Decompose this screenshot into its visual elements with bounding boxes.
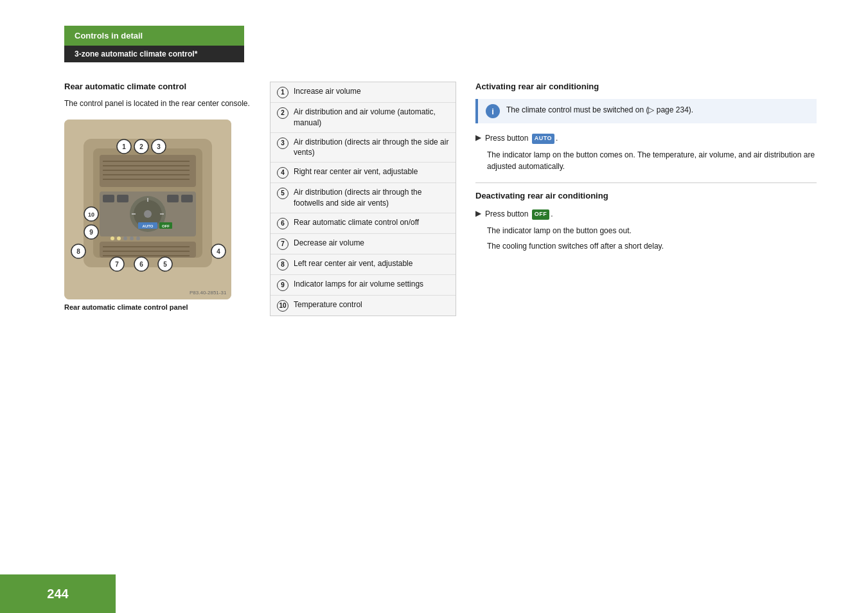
right-column: Activating rear air conditioning i The c… <box>456 82 817 316</box>
item-number: 2 <box>277 107 288 119</box>
header-section: Controls in detail 3-zone automatic clim… <box>64 26 244 62</box>
item-number: 4 <box>277 167 288 179</box>
svg-point-29 <box>117 236 121 240</box>
section-title: Controls in detail <box>64 26 244 46</box>
item-text: Air distribution and air volume (automat… <box>294 107 449 129</box>
item-text: Temperature control <box>294 299 362 310</box>
panel-caption: Rear automatic climate control panel <box>64 303 257 311</box>
item-number: 5 <box>277 188 288 199</box>
svg-text:AUTO: AUTO <box>143 224 154 228</box>
svg-text:8: 8 <box>76 248 80 255</box>
item-number: 8 <box>277 259 288 271</box>
main-content: Rear automatic climate control The contr… <box>64 82 817 316</box>
svg-point-30 <box>123 236 127 240</box>
middle-column: 1 Increase air volume 2 Air distribution… <box>257 82 456 316</box>
numbered-list: 1 Increase air volume 2 Air distribution… <box>270 82 456 316</box>
activating-heading: Activating rear air conditioning <box>475 82 817 91</box>
auto-button-badge: AUTO <box>532 134 554 144</box>
arrow-icon: ▶ <box>475 133 481 142</box>
list-item: 10 Temperature control <box>270 296 456 315</box>
activate-instruction-block: ▶ Press button AUTO. The indicator lamp … <box>475 132 817 172</box>
activate-instruction-text: Press button AUTO. <box>485 132 558 144</box>
list-item: 9 Indicator lamps for air volume setting… <box>270 275 456 296</box>
activate-press-row: ▶ Press button AUTO. <box>475 132 817 144</box>
left-column: Rear automatic climate control The contr… <box>64 82 257 316</box>
svg-rect-16 <box>103 195 114 202</box>
svg-text:10: 10 <box>88 211 94 218</box>
deactivate-instruction-text: Press button OFF. <box>485 208 553 220</box>
svg-text:4: 4 <box>217 248 220 255</box>
svg-text:1: 1 <box>122 143 126 150</box>
list-item: 8 Left rear center air vent, adjustable <box>270 254 456 275</box>
item-number: 1 <box>277 87 288 98</box>
svg-text:P83.40-2851-31: P83.40-2851-31 <box>190 290 227 296</box>
item-number: 7 <box>277 238 288 250</box>
item-text: Air distribution (directs air through th… <box>294 137 449 159</box>
item-number: 6 <box>277 218 288 229</box>
svg-point-28 <box>111 236 114 240</box>
divider <box>475 182 817 183</box>
svg-rect-19 <box>181 195 193 202</box>
item-text: Increase air volume <box>294 86 361 97</box>
svg-text:3: 3 <box>157 143 161 150</box>
svg-text:5: 5 <box>163 261 167 268</box>
list-item: 5 Air distribution (directs air through … <box>270 183 456 213</box>
list-item: 6 Rear automatic climate control on/off <box>270 213 456 234</box>
deactivate-press-row: ▶ Press button OFF. <box>475 208 817 220</box>
svg-text:2: 2 <box>139 143 143 150</box>
info-box: i The climate control must be switched o… <box>475 99 817 123</box>
list-item: 1 Increase air volume <box>270 82 456 103</box>
page-number: 244 <box>47 587 68 601</box>
item-text: Rear automatic climate control on/off <box>294 217 419 228</box>
off-button-badge: OFF <box>532 209 550 220</box>
deactivating-heading: Deactivating rear air conditioning <box>475 191 817 200</box>
list-item: 7 Decrease air volume <box>270 234 456 254</box>
left-heading: Rear automatic climate control <box>64 82 257 91</box>
item-text: Left rear center air vent, adjustable <box>294 258 412 269</box>
list-item: 4 Right rear center air vent, adjustable <box>270 163 456 183</box>
svg-text:OFF: OFF <box>162 224 170 228</box>
svg-rect-3 <box>100 155 196 187</box>
activate-follow-text: The indicator lamp on the button comes o… <box>487 149 817 172</box>
item-text: Decrease air volume <box>294 238 364 249</box>
item-text: Right rear center air vent, adjustable <box>294 166 418 177</box>
item-text: Indicator lamps for air volume settings <box>294 279 423 290</box>
svg-point-12 <box>144 210 152 218</box>
item-text: Air distribution (directs air through th… <box>294 187 449 209</box>
svg-point-32 <box>136 236 140 240</box>
item-number: 3 <box>277 138 288 149</box>
svg-text:6: 6 <box>139 261 143 268</box>
item-number: 10 <box>277 300 288 312</box>
svg-text:7: 7 <box>115 261 119 268</box>
list-item: 2 Air distribution and air volume (autom… <box>270 103 456 133</box>
deactivate-follow-text-2: The cooling function switches off after … <box>487 240 817 252</box>
footer: 244 <box>0 574 116 613</box>
arrow-icon: ▶ <box>475 209 481 218</box>
svg-text:9: 9 <box>89 229 93 236</box>
svg-rect-17 <box>117 195 128 202</box>
deactivate-follow-text-1: The indicator lamp on the button goes ou… <box>487 225 817 236</box>
svg-rect-18 <box>167 195 179 202</box>
svg-point-31 <box>130 236 134 240</box>
item-number: 9 <box>277 280 288 291</box>
info-icon: i <box>486 104 500 118</box>
info-note: The climate control must be switched on … <box>506 104 693 116</box>
list-item: 3 Air distribution (directs air through … <box>270 133 456 163</box>
deactivate-instruction-block: ▶ Press button OFF. The indicator lamp o… <box>475 208 817 252</box>
subtitle: 3-zone automatic climate control* <box>64 46 244 62</box>
panel-illustration: AUTO OFF 1 <box>64 120 231 299</box>
left-description: The control panel is located in the rear… <box>64 98 257 109</box>
